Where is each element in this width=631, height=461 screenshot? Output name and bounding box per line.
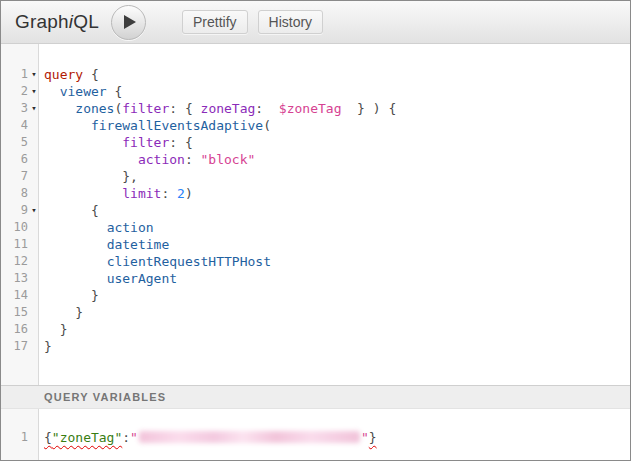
code-token: [44, 220, 107, 235]
code-token: [44, 135, 122, 150]
code-token: 2: [177, 186, 185, 201]
code-line: 14 }: [1, 287, 630, 304]
code-text: filter: {: [1, 134, 630, 151]
code-token: query: [44, 67, 83, 82]
variables-code-lines: 1{"zoneTag":""}: [1, 429, 630, 446]
code-token: zones: [75, 101, 114, 116]
line-number: 13: [1, 270, 28, 287]
code-token: [44, 118, 91, 133]
fold-arrow-icon[interactable]: ▾: [29, 66, 39, 83]
query-editor[interactable]: 1▾query {2▾ viewer {3▾ zones(filter: { z…: [1, 44, 630, 385]
code-text: }: [1, 321, 630, 338]
code-token: ": [361, 430, 369, 445]
line-number: 3: [1, 100, 28, 117]
code-text: action: "block": [1, 151, 630, 168]
code-token: filter: [122, 135, 169, 150]
code-text: }: [1, 338, 630, 355]
code-text: {: [1, 202, 630, 219]
logo-text: QL: [73, 11, 99, 32]
line-number: 9: [1, 202, 28, 219]
code-token: "block": [201, 152, 256, 167]
play-icon: [124, 15, 136, 29]
code-token: }: [44, 322, 67, 337]
line-number: 17: [1, 338, 28, 355]
code-token: :: [185, 152, 201, 167]
code-token: viewer: [60, 84, 107, 99]
line-number: 1: [1, 429, 28, 446]
code-text: {"zoneTag":""}: [1, 429, 630, 446]
line-number: 10: [1, 219, 28, 236]
toolbar: Prettify History: [182, 10, 323, 34]
code-token: }: [369, 430, 377, 445]
fold-arrow-icon[interactable]: ▾: [29, 202, 39, 219]
code-line: 12 clientRequestHTTPHost: [1, 253, 630, 270]
code-token: }: [44, 305, 83, 320]
line-number: 12: [1, 253, 28, 270]
code-token: :: [122, 430, 130, 445]
code-line: 8 limit: 2): [1, 185, 630, 202]
logo-text: Graph: [15, 11, 69, 32]
code-token: },: [44, 169, 138, 184]
code-token: limit: [122, 186, 161, 201]
code-token: "zoneTag": [52, 430, 122, 445]
code-token: [44, 84, 60, 99]
prettify-button[interactable]: Prettify: [182, 10, 248, 34]
code-line: 13 userAgent: [1, 270, 630, 287]
code-line: 3▾ zones(filter: { zoneTag: $zoneTag } )…: [1, 100, 630, 117]
line-number: 8: [1, 185, 28, 202]
code-line: 1▾query {: [1, 66, 630, 83]
code-line: 11 datetime: [1, 236, 630, 253]
code-token: ): [185, 186, 193, 201]
code-token: ": [130, 430, 138, 445]
code-token: [44, 101, 75, 116]
code-token: :: [161, 186, 177, 201]
code-text: userAgent: [1, 270, 630, 287]
query-code-lines: 1▾query {2▾ viewer {3▾ zones(filter: { z…: [1, 66, 630, 355]
code-token: {: [44, 203, 99, 218]
code-token: {: [107, 84, 123, 99]
code-token: :: [255, 101, 278, 116]
code-line: 6 action: "block": [1, 151, 630, 168]
code-line: 9▾ {: [1, 202, 630, 219]
code-token: $zoneTag: [279, 101, 342, 116]
code-line: 5 filter: {: [1, 134, 630, 151]
query-variables-title: QUERY VARIABLES: [44, 391, 166, 403]
code-token: firewallEventsAdaptive: [91, 118, 263, 133]
redacted-zone-tag-value: [139, 431, 360, 443]
line-number: 11: [1, 236, 28, 253]
code-text: query {: [1, 66, 630, 83]
execute-query-button[interactable]: [111, 5, 146, 40]
fold-arrow-icon[interactable]: ▾: [29, 83, 39, 100]
line-number: 2: [1, 83, 28, 100]
line-number: 16: [1, 321, 28, 338]
code-token: [44, 152, 138, 167]
code-text: viewer {: [1, 83, 630, 100]
code-line: 17}: [1, 338, 630, 355]
code-text: },: [1, 168, 630, 185]
code-line: 15 }: [1, 304, 630, 321]
code-token: datetime: [107, 237, 170, 252]
code-token: filter: [122, 101, 169, 116]
history-button[interactable]: History: [258, 10, 324, 34]
line-number: 7: [1, 168, 28, 185]
code-text: firewallEventsAdaptive(: [1, 117, 630, 134]
code-text: }: [1, 287, 630, 304]
graphiql-logo: GraphiQL: [15, 11, 99, 33]
fold-arrow-icon[interactable]: ▾: [29, 100, 39, 117]
code-token: } ) {: [341, 101, 396, 116]
code-token: clientRequestHTTPHost: [107, 254, 271, 269]
code-line: 2▾ viewer {: [1, 83, 630, 100]
line-number: 5: [1, 134, 28, 151]
code-token: action: [107, 220, 154, 235]
line-number: 6: [1, 151, 28, 168]
code-token: zoneTag: [201, 101, 256, 116]
line-number: 4: [1, 117, 28, 134]
code-text: action: [1, 219, 630, 236]
query-variables-title-bar[interactable]: QUERY VARIABLES: [1, 385, 630, 409]
code-token: : {: [169, 135, 192, 150]
code-line: 1{"zoneTag":""}: [1, 429, 630, 446]
line-number: 15: [1, 304, 28, 321]
variables-editor[interactable]: 1{"zoneTag":""}: [1, 409, 630, 460]
code-token: }: [44, 339, 52, 354]
code-text: zones(filter: { zoneTag: $zoneTag } ) {: [1, 100, 630, 117]
